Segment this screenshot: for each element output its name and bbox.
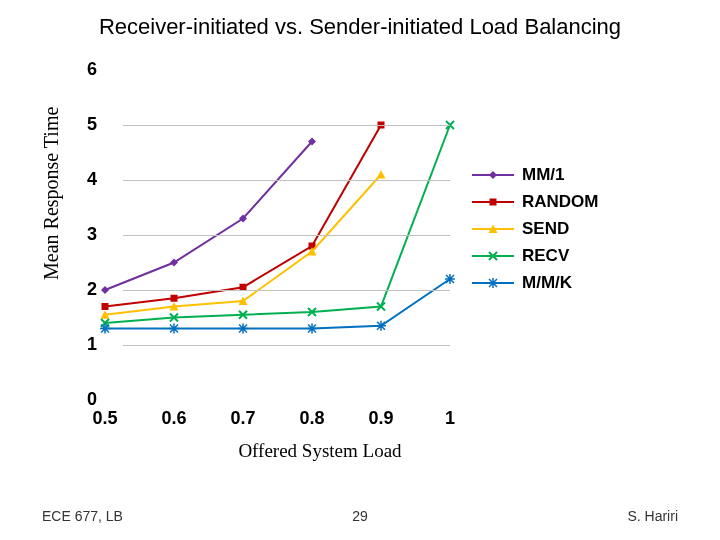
y-tick-label: 2: [69, 279, 97, 300]
x-tick-label: 0.5: [85, 408, 125, 429]
legend-item: RECV: [472, 246, 599, 266]
svg-marker-2: [489, 225, 498, 234]
series-marker-M/M/K: [445, 274, 455, 284]
legend-swatch: [472, 282, 514, 284]
series-marker-M/M/K: [169, 324, 179, 334]
gridline: [123, 345, 450, 346]
legend-swatch: [472, 174, 514, 176]
x-tick-label: 0.6: [154, 408, 194, 429]
legend-swatch: [472, 201, 514, 203]
legend-item: SEND: [472, 219, 599, 239]
y-tick-label: 6: [69, 59, 97, 80]
y-axis-label: Mean Response Time: [40, 107, 63, 280]
gridline: [123, 235, 450, 236]
series-line-M/M/K: [105, 279, 450, 329]
svg-marker-0: [489, 171, 497, 179]
chart-legend: MM/1RANDOMSENDRECVM/M/K: [472, 158, 599, 300]
series-line-SEND: [105, 175, 381, 315]
series-marker-M/M/K: [100, 324, 110, 334]
series-marker-M/M/K: [307, 324, 317, 334]
gridline: [123, 290, 450, 291]
legend-swatch: [472, 228, 514, 230]
y-tick-label: 4: [69, 169, 97, 190]
x-tick-label: 0.9: [361, 408, 401, 429]
series-marker-M/M/K: [238, 324, 248, 334]
legend-item: M/M/K: [472, 273, 599, 293]
legend-item: RANDOM: [472, 192, 599, 212]
legend-label: RANDOM: [522, 192, 599, 212]
series-marker-M/M/K: [376, 321, 386, 331]
series-marker-SEND: [377, 170, 386, 179]
legend-label: M/M/K: [522, 273, 572, 293]
gridline: [123, 125, 450, 126]
legend-swatch: [472, 255, 514, 257]
x-tick-label: 1: [430, 408, 470, 429]
x-tick-label: 0.7: [223, 408, 263, 429]
legend-label: MM/1: [522, 165, 565, 185]
y-tick-label: 1: [69, 334, 97, 355]
legend-label: SEND: [522, 219, 569, 239]
series-marker-MM/1: [101, 286, 109, 294]
y-tick-label: 0: [69, 389, 97, 410]
legend-label: RECV: [522, 246, 569, 266]
x-tick-label: 0.8: [292, 408, 332, 429]
legend-item: MM/1: [472, 165, 599, 185]
series-line-RECV: [105, 125, 450, 323]
svg-rect-1: [490, 199, 497, 206]
y-tick-label: 3: [69, 224, 97, 245]
gridline: [123, 180, 450, 181]
x-axis-label: Offered System Load: [160, 440, 480, 462]
series-marker-RANDOM: [171, 295, 178, 302]
series-marker-RANDOM: [102, 303, 109, 310]
slide-title: Receiver-initiated vs. Sender-initiated …: [0, 14, 720, 40]
series-line-MM/1: [105, 142, 312, 291]
y-tick-label: 5: [69, 114, 97, 135]
footer-page: 29: [0, 508, 720, 524]
footer-author: S. Hariri: [627, 508, 678, 524]
